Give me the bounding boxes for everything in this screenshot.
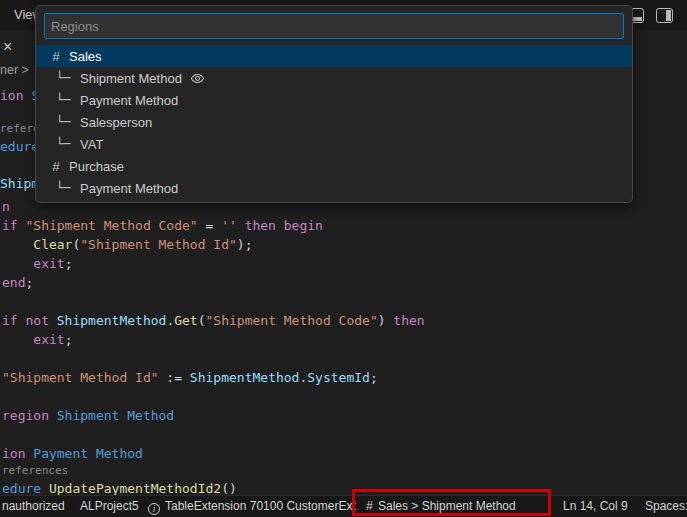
- code-token: references: [2, 464, 68, 477]
- breadcrumb[interactable]: ner >: [0, 63, 29, 77]
- code-token: ;: [65, 332, 73, 347]
- quick-pick-item-label: Payment Method: [80, 93, 178, 108]
- quick-pick-input[interactable]: Regions: [44, 13, 624, 39]
- status-bar: nauthorized ALProject5 iTableExtension 7…: [0, 495, 687, 517]
- code-token: Shipment Method: [57, 408, 174, 423]
- code-token: region: [2, 408, 57, 423]
- status-region-indicator[interactable]: #Sales > Shipment Method: [366, 496, 516, 517]
- region-symbol-icon: #: [48, 49, 64, 64]
- quick-pick-item-salesperson[interactable]: └─ Salesperson: [36, 111, 632, 133]
- code-token: Clear: [33, 237, 72, 252]
- code-line: if not ShipmentMethod.Get("Shipment Meth…: [2, 311, 425, 330]
- code-line: Clear("Shipment Method Id");: [2, 235, 425, 254]
- region-symbol-icon: #: [48, 159, 64, 174]
- code-line: end;: [2, 273, 425, 292]
- quick-pick-list: # Sales └─ Shipment Method └─ Payment Me…: [36, 45, 632, 199]
- titlebar-actions: [627, 8, 673, 23]
- quick-pick-placeholder: Regions: [51, 19, 99, 34]
- code-token: '': [221, 218, 237, 233]
- code-token: SystemId: [307, 370, 370, 385]
- code-token: (): [221, 481, 237, 496]
- status-object-info-label: TableExtension 70100 CustomerExt: [165, 499, 356, 513]
- quick-pick: Regions # Sales └─ Shipment Method └─: [35, 5, 633, 203]
- code-line: if "Shipment Method Code" = '' then begi…: [2, 216, 425, 235]
- tree-branch-icon: └─: [56, 71, 74, 85]
- region-symbol-icon: #: [366, 499, 373, 513]
- quick-pick-item-label: VAT: [80, 137, 103, 152]
- code-line: region Shipment Method: [2, 406, 425, 425]
- code-token: =: [198, 218, 221, 233]
- status-object-info[interactable]: iTableExtension 70100 CustomerExt: [148, 496, 356, 517]
- code-token: [2, 256, 33, 271]
- quick-pick-item-shipment-method[interactable]: └─ Shipment Method: [36, 67, 632, 89]
- code-token: Get: [174, 313, 197, 328]
- quick-pick-item-payment-method[interactable]: └─ Payment Method: [36, 89, 632, 111]
- tree-branch-icon: └─: [56, 181, 74, 195]
- code-line: [2, 349, 425, 368]
- code-fragment-procedure: edure: [0, 139, 39, 154]
- status-cursor-position[interactable]: Ln 14, Col 9: [563, 496, 628, 517]
- code-line: ion Payment Method: [2, 444, 425, 463]
- code-token: exit: [33, 256, 64, 271]
- code-line: [2, 387, 425, 406]
- quick-pick-item-label: Payment Method: [80, 181, 178, 196]
- status-error-fragment[interactable]: nauthorized: [2, 496, 65, 517]
- tab-close-icon[interactable]: ×: [3, 38, 12, 56]
- code-line: "Shipment Method Id" := ShipmentMethod.S…: [2, 368, 425, 387]
- code-token: ;: [25, 275, 33, 290]
- code-token: UpdatePaymentMethodId2: [49, 481, 221, 496]
- code-token: "Shipment Method Id": [80, 237, 237, 252]
- code-token: ion: [2, 446, 33, 461]
- code-token: ShipmentMethod: [190, 370, 300, 385]
- status-project[interactable]: ALProject5: [80, 496, 139, 517]
- info-icon: i: [148, 503, 160, 515]
- code-token: ;: [65, 256, 73, 271]
- code-token: ion: [0, 88, 31, 103]
- code-token: );: [237, 237, 253, 252]
- code-token: end: [2, 275, 25, 290]
- code-token: [2, 237, 33, 252]
- quick-pick-item-vat[interactable]: └─ VAT: [36, 133, 632, 155]
- code-token: edure: [2, 481, 49, 496]
- code-token: exit: [33, 332, 64, 347]
- quick-pick-item-label: Sales: [69, 49, 102, 64]
- code-token: then: [393, 313, 424, 328]
- code-line: [2, 425, 425, 444]
- code-token: ;: [370, 370, 378, 385]
- code-fragment-region: ion S: [0, 88, 39, 103]
- code-token: "Shipment Method Code": [206, 313, 378, 328]
- status-region-label: Sales > Shipment Method: [378, 499, 516, 513]
- code-token: "Shipment Method Id": [2, 370, 159, 385]
- quick-pick-item-payment-method-2[interactable]: └─ Payment Method: [36, 177, 632, 199]
- code-token: n: [2, 199, 10, 214]
- code-line: exit;: [2, 254, 425, 273]
- quick-pick-item-label: Shipment Method: [80, 71, 182, 86]
- tree-branch-icon: └─: [56, 93, 74, 107]
- code-token: "Shipment Method Code": [25, 218, 197, 233]
- code-line: [2, 292, 425, 311]
- code-area[interactable]: nif "Shipment Method Code" = '' then beg…: [2, 197, 425, 498]
- code-line: references: [2, 463, 425, 479]
- tree-branch-icon: └─: [56, 115, 74, 129]
- code-token: ): [378, 313, 394, 328]
- customize-layout-icon[interactable]: [656, 8, 673, 23]
- eye-icon[interactable]: [190, 71, 205, 86]
- code-token: [2, 332, 33, 347]
- quick-pick-item-purchase[interactable]: # Purchase: [36, 155, 632, 177]
- code-token: then begin: [237, 218, 323, 233]
- code-token: if not: [2, 313, 57, 328]
- code-token: :=: [159, 370, 190, 385]
- code-token: (: [198, 313, 206, 328]
- code-fragment-shipm: Shipm: [0, 176, 39, 191]
- code-token: if: [2, 218, 25, 233]
- quick-pick-item-label: Salesperson: [80, 115, 152, 130]
- code-line: exit;: [2, 330, 425, 349]
- code-token: ShipmentMethod: [57, 313, 167, 328]
- tree-branch-icon: └─: [56, 137, 74, 151]
- quick-pick-item-label: Purchase: [69, 159, 124, 174]
- quick-pick-item-sales[interactable]: # Sales: [36, 45, 632, 67]
- status-indentation[interactable]: Spaces:: [645, 496, 687, 517]
- code-token: Payment Method: [33, 446, 143, 461]
- vscode-window: View × ner > ion S references edure Ship…: [0, 0, 687, 517]
